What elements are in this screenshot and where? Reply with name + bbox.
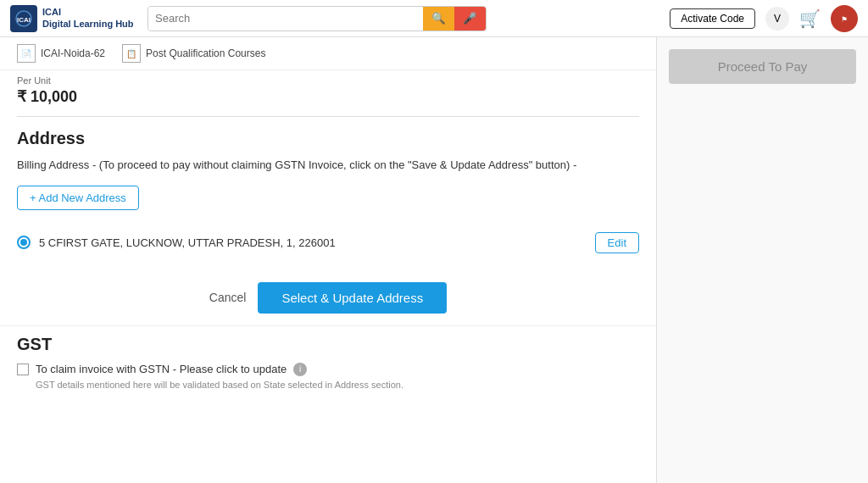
main-container: 📄 ICAI-Noida-62 📋 Post Qualification Cou…: [0, 37, 868, 483]
product-info-item-2: 📋 Post Qualification Courses: [122, 44, 265, 63]
address-section: Address Billing Address - (To proceed to…: [0, 117, 656, 274]
gst-label: To claim invoice with GSTN - Please clic…: [36, 363, 287, 375]
gst-subtext: GST details mentioned here will be valid…: [17, 380, 639, 390]
address-radio-group: 5 CFIRST GATE, LUCKNOW, UTTAR PRADESH, 1…: [17, 236, 336, 249]
search-icon: 🔍: [431, 12, 446, 25]
search-button[interactable]: 🔍: [423, 7, 454, 31]
address-radio-button[interactable]: [17, 236, 31, 249]
address-section-title: Address: [17, 129, 639, 148]
address-text: 5 CFIRST GATE, LUCKNOW, UTTAR PRADESH, 1…: [39, 236, 336, 249]
radio-selected-indicator: [20, 239, 27, 246]
search-input[interactable]: [148, 7, 423, 31]
product-bar: 📄 ICAI-Noida-62 📋 Post Qualification Cou…: [0, 37, 656, 70]
mic-icon: 🎤: [463, 12, 477, 25]
gst-checkbox[interactable]: [17, 364, 29, 375]
mic-button[interactable]: 🎤: [454, 7, 486, 31]
faculty-label: ICAI-Noida-62: [41, 47, 105, 59]
right-sidebar: Proceed To Pay: [656, 37, 868, 483]
edit-address-button[interactable]: Edit: [595, 232, 639, 253]
info-icon: i: [293, 363, 307, 376]
faculty-icon: 📄: [17, 44, 36, 63]
header: ICAI ICAI Digital Learning Hub 🔍 🎤 Activ…: [0, 0, 868, 37]
cart-icon[interactable]: 🛒: [799, 8, 821, 29]
user-menu-button[interactable]: V: [765, 7, 789, 31]
address-row: 5 CFIRST GATE, LUCKNOW, UTTAR PRADESH, 1…: [17, 224, 639, 262]
logo-area: ICAI ICAI Digital Learning Hub: [10, 5, 137, 32]
gst-section: GST To claim invoice with GSTN - Please …: [0, 325, 656, 398]
action-row: Cancel Select & Update Address: [0, 274, 656, 325]
select-update-address-button[interactable]: Select & Update Address: [258, 282, 447, 314]
per-unit-label: Per Unit: [17, 75, 639, 86]
avatar[interactable]: ⚑: [831, 5, 858, 32]
logo-icon: ICAI: [10, 5, 37, 32]
svg-text:⚑: ⚑: [841, 15, 848, 24]
gst-row: To claim invoice with GSTN - Please clic…: [17, 363, 639, 376]
logo-text: ICAI Digital Learning Hub: [42, 7, 134, 29]
search-bar: 🔍 🎤: [147, 6, 487, 31]
course-type-label: Post Qualification Courses: [146, 47, 265, 59]
gst-section-title: GST: [17, 335, 639, 354]
billing-desc: Billing Address - (To proceed to pay wit…: [17, 157, 639, 174]
svg-text:ICAI: ICAI: [17, 16, 31, 24]
activate-code-button[interactable]: Activate Code: [670, 8, 755, 29]
product-info-item-1: 📄 ICAI-Noida-62: [17, 44, 105, 63]
price-section: Per Unit ₹ 10,000: [0, 70, 656, 116]
course-type-icon: 📋: [122, 44, 141, 63]
add-address-button[interactable]: + Add New Address: [17, 186, 139, 210]
header-right: Activate Code V 🛒 ⚑: [670, 5, 858, 32]
cancel-button[interactable]: Cancel: [209, 291, 247, 304]
left-content: 📄 ICAI-Noida-62 📋 Post Qualification Cou…: [0, 37, 656, 483]
proceed-to-pay-button[interactable]: Proceed To Pay: [669, 49, 856, 84]
price-value: ₹ 10,000: [17, 87, 639, 106]
